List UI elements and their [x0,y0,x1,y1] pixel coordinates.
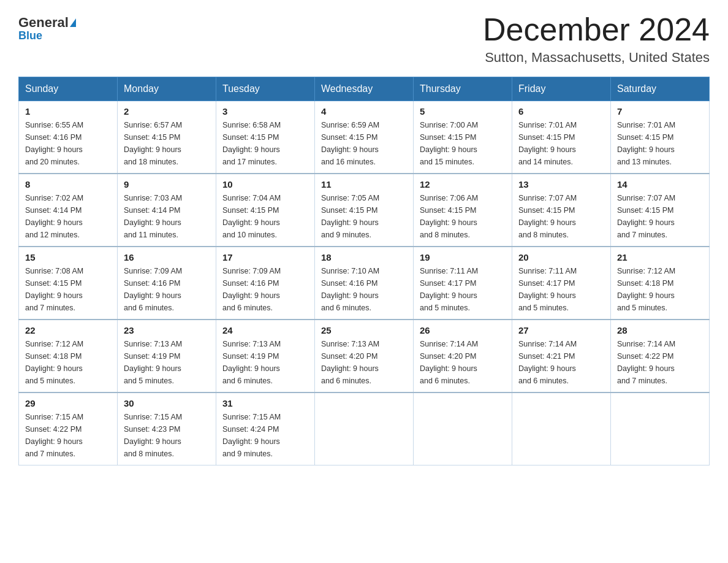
day-number: 13 [518,179,604,190]
day-info: Sunrise: 7:13 AMSunset: 4:19 PMDaylight:… [222,338,308,387]
calendar-week-row: 22Sunrise: 7:12 AMSunset: 4:18 PMDayligh… [19,320,710,393]
day-number: 31 [222,398,308,408]
calendar-cell: 13Sunrise: 7:07 AMSunset: 4:15 PMDayligh… [512,174,611,247]
day-info: Sunrise: 7:15 AMSunset: 4:22 PMDaylight:… [25,411,111,460]
day-number: 8 [25,179,111,190]
day-info: Sunrise: 6:58 AMSunset: 4:15 PMDaylight:… [222,119,308,168]
day-number: 7 [617,106,703,117]
day-number: 24 [222,325,308,335]
calendar-week-row: 29Sunrise: 7:15 AMSunset: 4:22 PMDayligh… [19,393,710,465]
day-info: Sunrise: 7:11 AMSunset: 4:17 PMDaylight:… [420,265,506,314]
calendar-cell: 3Sunrise: 6:58 AMSunset: 4:15 PMDaylight… [216,101,315,174]
calendar-cell: 8Sunrise: 7:02 AMSunset: 4:14 PMDaylight… [19,174,118,247]
title-block: December 2024 Sutton, Massachusetts, Uni… [483,12,710,66]
calendar-cell: 5Sunrise: 7:00 AMSunset: 4:15 PMDaylight… [414,101,512,174]
day-number: 27 [518,325,604,335]
logo-blue-text: Blue [18,29,42,42]
calendar-week-row: 1Sunrise: 6:55 AMSunset: 4:16 PMDaylight… [19,101,710,174]
day-info: Sunrise: 6:57 AMSunset: 4:15 PMDaylight:… [124,119,210,168]
day-number: 16 [124,252,210,262]
day-number: 30 [124,398,210,408]
day-info: Sunrise: 7:06 AMSunset: 4:15 PMDaylight:… [420,192,506,241]
calendar-cell: 14Sunrise: 7:07 AMSunset: 4:15 PMDayligh… [611,174,710,247]
day-number: 18 [321,252,407,262]
day-number: 15 [25,252,111,262]
day-number: 25 [321,325,407,335]
day-number: 28 [617,325,703,335]
day-number: 14 [617,179,703,190]
day-info: Sunrise: 7:09 AMSunset: 4:16 PMDaylight:… [222,265,308,314]
day-info: Sunrise: 7:07 AMSunset: 4:15 PMDaylight:… [518,192,604,241]
day-info: Sunrise: 7:13 AMSunset: 4:20 PMDaylight:… [321,338,407,387]
calendar-cell: 30Sunrise: 7:15 AMSunset: 4:23 PMDayligh… [118,393,216,465]
calendar-cell: 28Sunrise: 7:14 AMSunset: 4:22 PMDayligh… [611,320,710,393]
calendar-week-row: 15Sunrise: 7:08 AMSunset: 4:15 PMDayligh… [19,247,710,320]
calendar-cell: 27Sunrise: 7:14 AMSunset: 4:21 PMDayligh… [512,320,611,393]
day-of-week-header: Thursday [414,77,512,101]
calendar-cell: 2Sunrise: 6:57 AMSunset: 4:15 PMDaylight… [118,101,216,174]
days-of-week-row: SundayMondayTuesdayWednesdayThursdayFrid… [19,77,710,101]
day-of-week-header: Friday [512,77,611,101]
day-number: 10 [222,179,308,190]
day-number: 26 [420,325,506,335]
calendar-cell: 10Sunrise: 7:04 AMSunset: 4:15 PMDayligh… [216,174,315,247]
calendar-cell: 6Sunrise: 7:01 AMSunset: 4:15 PMDaylight… [512,101,611,174]
calendar-cell: 18Sunrise: 7:10 AMSunset: 4:16 PMDayligh… [315,247,414,320]
calendar-cell: 16Sunrise: 7:09 AMSunset: 4:16 PMDayligh… [118,247,216,320]
calendar-cell: 23Sunrise: 7:13 AMSunset: 4:19 PMDayligh… [118,320,216,393]
calendar-body: 1Sunrise: 6:55 AMSunset: 4:16 PMDaylight… [19,101,710,465]
day-number: 20 [518,252,604,262]
day-info: Sunrise: 7:10 AMSunset: 4:16 PMDaylight:… [321,265,407,314]
day-number: 22 [25,325,111,335]
day-number: 4 [321,106,407,117]
calendar-cell: 1Sunrise: 6:55 AMSunset: 4:16 PMDaylight… [19,101,118,174]
day-of-week-header: Monday [118,77,216,101]
calendar-table: SundayMondayTuesdayWednesdayThursdayFrid… [18,77,710,465]
day-number: 1 [25,106,111,117]
calendar-cell: 17Sunrise: 7:09 AMSunset: 4:16 PMDayligh… [216,247,315,320]
day-number: 6 [518,106,604,117]
day-number: 12 [420,179,506,190]
day-of-week-header: Saturday [611,77,710,101]
day-info: Sunrise: 7:00 AMSunset: 4:15 PMDaylight:… [420,119,506,168]
calendar-cell: 19Sunrise: 7:11 AMSunset: 4:17 PMDayligh… [414,247,512,320]
day-info: Sunrise: 7:14 AMSunset: 4:22 PMDaylight:… [617,338,703,387]
logo-triangle-icon [70,18,76,27]
day-info: Sunrise: 7:09 AMSunset: 4:16 PMDaylight:… [124,265,210,314]
calendar-cell: 15Sunrise: 7:08 AMSunset: 4:15 PMDayligh… [19,247,118,320]
logo-general-text: General [18,16,69,29]
day-info: Sunrise: 7:04 AMSunset: 4:15 PMDaylight:… [222,192,308,241]
day-of-week-header: Tuesday [216,77,315,101]
day-info: Sunrise: 7:08 AMSunset: 4:15 PMDaylight:… [25,265,111,314]
calendar-cell: 24Sunrise: 7:13 AMSunset: 4:19 PMDayligh… [216,320,315,393]
calendar-cell: 9Sunrise: 7:03 AMSunset: 4:14 PMDaylight… [118,174,216,247]
calendar-header: SundayMondayTuesdayWednesdayThursdayFrid… [19,77,710,101]
day-info: Sunrise: 7:15 AMSunset: 4:24 PMDaylight:… [222,411,308,460]
day-info: Sunrise: 7:01 AMSunset: 4:15 PMDaylight:… [617,119,703,168]
day-number: 21 [617,252,703,262]
day-number: 19 [420,252,506,262]
calendar-cell: 20Sunrise: 7:11 AMSunset: 4:17 PMDayligh… [512,247,611,320]
day-info: Sunrise: 7:05 AMSunset: 4:15 PMDaylight:… [321,192,407,241]
calendar-cell: 7Sunrise: 7:01 AMSunset: 4:15 PMDaylight… [611,101,710,174]
day-number: 29 [25,398,111,408]
day-number: 23 [124,325,210,335]
day-number: 9 [124,179,210,190]
day-info: Sunrise: 7:14 AMSunset: 4:21 PMDaylight:… [518,338,604,387]
calendar-cell: 11Sunrise: 7:05 AMSunset: 4:15 PMDayligh… [315,174,414,247]
calendar-cell [512,393,611,465]
calendar-cell [315,393,414,465]
calendar-cell: 26Sunrise: 7:14 AMSunset: 4:20 PMDayligh… [414,320,512,393]
calendar-cell: 25Sunrise: 7:13 AMSunset: 4:20 PMDayligh… [315,320,414,393]
day-info: Sunrise: 7:13 AMSunset: 4:19 PMDaylight:… [124,338,210,387]
calendar-cell [414,393,512,465]
day-info: Sunrise: 7:01 AMSunset: 4:15 PMDaylight:… [518,119,604,168]
day-of-week-header: Sunday [19,77,118,101]
day-number: 11 [321,179,407,190]
page-header: General Blue December 2024 Sutton, Massa… [18,12,710,66]
day-info: Sunrise: 7:15 AMSunset: 4:23 PMDaylight:… [124,411,210,460]
day-info: Sunrise: 6:55 AMSunset: 4:16 PMDaylight:… [25,119,111,168]
calendar-cell: 21Sunrise: 7:12 AMSunset: 4:18 PMDayligh… [611,247,710,320]
calendar-cell: 31Sunrise: 7:15 AMSunset: 4:24 PMDayligh… [216,393,315,465]
day-info: Sunrise: 7:11 AMSunset: 4:17 PMDaylight:… [518,265,604,314]
